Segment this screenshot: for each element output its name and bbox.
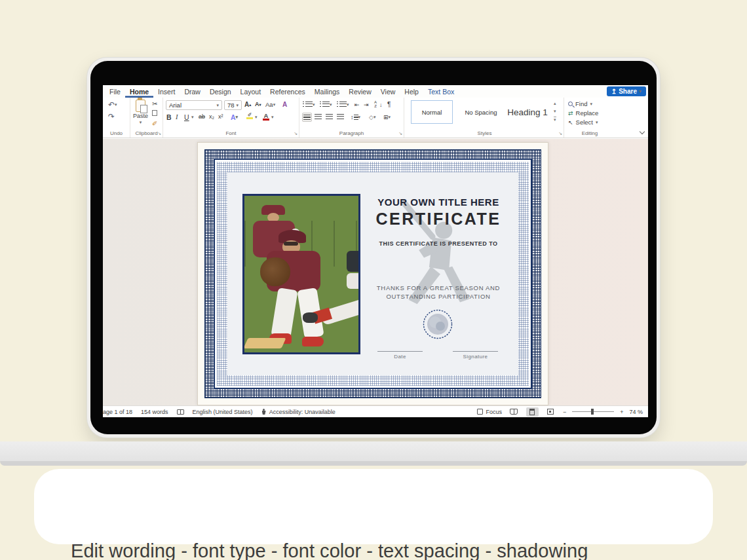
page-count[interactable]: Page 1 of 18 [103, 409, 132, 415]
format-painter-button[interactable]: ✐ [152, 120, 157, 127]
word-count[interactable]: 154 words [141, 409, 168, 415]
style-no-spacing[interactable]: No Spacing [459, 100, 503, 124]
accessibility-status[interactable]: Accessibility: Unavailable [261, 409, 335, 415]
dialog-launcher-icon[interactable]: ↘ [294, 131, 297, 136]
print-layout-button[interactable] [526, 407, 539, 417]
certificate-heading[interactable]: CERTIFICATE [365, 210, 512, 229]
language-status[interactable]: English (United States) [193, 409, 253, 415]
tab-draw[interactable]: Draw [180, 85, 205, 98]
signature-line[interactable] [453, 351, 498, 352]
collapse-ribbon-icon[interactable] [640, 128, 644, 135]
align-left-button[interactable] [302, 113, 312, 122]
find-button[interactable]: Find▾ [568, 100, 592, 107]
sort-button[interactable]: AZ [374, 100, 377, 108]
certificate-presented-line[interactable]: THIS CERTIFICATE IS PRESENTED TO [365, 240, 512, 247]
align-justify-button[interactable] [337, 114, 344, 120]
font-color-button[interactable]: A [263, 112, 269, 121]
shrink-font-button[interactable]: A▾ [255, 101, 261, 107]
multilevel-list-button[interactable]: ▾ [337, 102, 349, 107]
style-normal[interactable]: Normal [411, 100, 453, 124]
tab-review[interactable]: Review [344, 85, 375, 98]
clear-formatting-button[interactable]: A [282, 101, 287, 108]
styles-gallery-more[interactable]: ▾ [554, 117, 556, 122]
laptop-bezel: File Home Insert Draw Design Layout Refe… [90, 61, 657, 434]
ribbon-group-undo: ↶▾ ↷ Undo [103, 98, 130, 138]
cut-button[interactable]: ✂ [152, 100, 157, 107]
focus-button[interactable]: Focus [477, 409, 502, 415]
signature-label: Signature [453, 354, 498, 360]
caption-text: Edit wording - font type - font color - … [71, 479, 675, 560]
subscript-button[interactable]: x₂ [209, 113, 214, 120]
certificate-title[interactable]: YOUR OWN TITLE HERE [365, 196, 512, 208]
numbering-button[interactable]: ▾ [320, 102, 332, 107]
tab-text-box[interactable]: Text Box [423, 85, 459, 98]
tab-view[interactable]: View [376, 85, 400, 98]
increase-indent-button[interactable]: ⇥ [364, 102, 369, 108]
ribbon-group-clipboard: Paste ▾ ✂ ✐ Clipboard ↘ [130, 98, 163, 138]
read-mode-button[interactable] [508, 407, 520, 417]
text-effects-button[interactable]: A▾ [231, 113, 238, 121]
tab-insert[interactable]: Insert [153, 85, 180, 98]
paste-button[interactable]: Paste ▾ [133, 100, 148, 125]
copy-button[interactable] [152, 110, 157, 116]
bold-button[interactable]: B [166, 113, 172, 121]
zoom-in-button[interactable]: + [620, 409, 623, 415]
accessibility-icon [261, 409, 267, 415]
tab-layout[interactable]: Layout [236, 85, 266, 98]
grow-font-button[interactable]: A▴ [244, 101, 251, 108]
strikethrough-button[interactable]: ab [199, 113, 205, 120]
tab-mailings[interactable]: Mailings [310, 85, 345, 98]
change-case-button[interactable]: Aa▾ [265, 101, 275, 108]
print-layout-icon [529, 409, 535, 415]
zoom-slider[interactable] [572, 411, 614, 412]
sliding-player-shoe [303, 312, 318, 323]
laptop-base [0, 441, 747, 461]
document-page[interactable]: YOUR OWN TITLE HERE CERTIFICATE THIS CER… [197, 142, 548, 405]
tab-help[interactable]: Help [400, 85, 423, 98]
redo-button[interactable]: ↷ [108, 112, 115, 121]
date-label: Date [377, 354, 423, 360]
replace-button[interactable]: ⇄Replace [568, 109, 598, 117]
tab-design[interactable]: Design [205, 85, 236, 98]
web-layout-button[interactable] [545, 407, 557, 417]
dialog-launcher-icon[interactable]: ↘ [558, 131, 562, 136]
font-color-dropdown[interactable]: ▾ [271, 115, 274, 120]
italic-button[interactable]: I [176, 113, 178, 121]
chevron-down-icon: ▾ [140, 120, 142, 125]
undo-button[interactable]: ↶▾ [108, 100, 117, 109]
zoom-level[interactable]: 74 % [629, 409, 643, 415]
underline-button[interactable]: U [184, 113, 189, 121]
zoom-slider-thumb[interactable] [591, 409, 594, 415]
dialog-launcher-icon[interactable]: ↘ [157, 131, 161, 136]
show-marks-button[interactable]: ¶ [387, 101, 391, 108]
bullets-button[interactable]: ▾ [303, 102, 315, 107]
select-button[interactable]: ↖Select▾ [568, 119, 598, 126]
chevron-down-icon: ▾ [639, 88, 642, 94]
superscript-button[interactable]: x² [218, 113, 223, 120]
borders-button[interactable]: ⊞▾ [383, 114, 391, 121]
dialog-launcher-icon[interactable]: ↘ [398, 131, 402, 136]
styles-scroll-up[interactable]: ▴ [554, 101, 556, 106]
zoom-out-button[interactable]: − [563, 409, 566, 415]
shading-button[interactable]: ◇▾ [369, 114, 375, 121]
web-layout-icon [547, 409, 554, 415]
tab-file[interactable]: File [105, 85, 125, 98]
font-size-combobox[interactable]: 78▾ [224, 100, 242, 110]
share-button[interactable]: ↥ Share ▾ [607, 86, 646, 96]
baseball-photo[interactable] [242, 194, 360, 354]
underline-dropdown[interactable]: ▾ [191, 115, 194, 120]
highlight-dropdown[interactable]: ▾ [255, 115, 258, 120]
font-name-combobox[interactable]: Arial▾ [166, 100, 222, 110]
align-center-button[interactable] [315, 114, 322, 120]
tab-references[interactable]: References [265, 85, 310, 98]
certificate-thanks-lines[interactable]: THANKS FOR A GREAT SEASON AND OUTSTANDIN… [362, 284, 515, 301]
highlight-color-button[interactable]: ✐ [246, 112, 253, 119]
styles-scroll-down[interactable]: ▾ [554, 109, 556, 114]
align-right-button[interactable] [326, 114, 333, 120]
line-spacing-button[interactable]: ↕▾ [351, 114, 360, 121]
style-heading-1[interactable]: Heading 1 [505, 100, 550, 124]
date-line[interactable] [377, 351, 423, 352]
proofing-icon[interactable] [177, 409, 184, 415]
decrease-indent-button[interactable]: ⇤ [354, 102, 360, 108]
tab-home[interactable]: Home [125, 85, 153, 98]
